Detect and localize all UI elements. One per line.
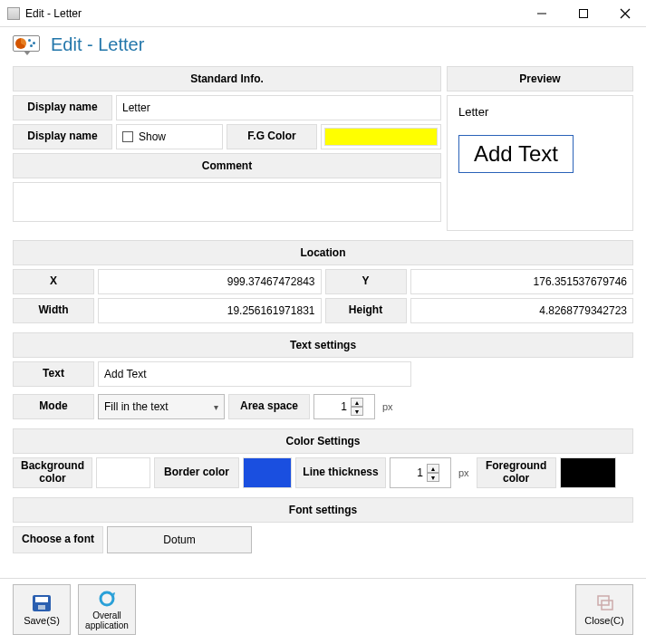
preview-displayname: Letter	[458, 105, 622, 119]
svg-rect-5	[35, 597, 48, 602]
displayname-label: Display name	[13, 95, 112, 120]
bgcolor-label: Background color	[13, 457, 92, 488]
mode-select[interactable]: Fill in the text ▾	[98, 394, 225, 419]
choosefont-button[interactable]: Dotum	[107, 526, 252, 553]
textsettings-head: Text settings	[13, 332, 633, 358]
linethickness-label: Line thickness	[295, 457, 386, 488]
overall-label: Overall application	[79, 610, 135, 630]
areaspace-input[interactable]	[320, 400, 347, 413]
preview-text: Add Text	[458, 135, 574, 173]
y-label: Y	[325, 269, 407, 294]
text-field[interactable]	[98, 361, 411, 387]
preview-body: Letter Add Text	[447, 95, 633, 231]
y-input[interactable]	[417, 275, 628, 288]
displayname-field[interactable]	[116, 95, 441, 120]
spinner-up-icon[interactable]: ▲	[351, 398, 363, 407]
close-window-button[interactable]	[604, 0, 646, 26]
chevron-down-icon: ▾	[214, 402, 218, 412]
fontsettings-head: Font settings	[13, 497, 633, 523]
location-head: Location	[13, 240, 633, 265]
bordercolor-swatch[interactable]	[243, 457, 292, 488]
areaspace-unit: px	[379, 394, 397, 419]
window-title: Edit - Letter	[25, 7, 82, 20]
x-label: X	[13, 269, 94, 294]
overall-application-button[interactable]: Overall application	[78, 584, 136, 635]
show-label: Show	[139, 130, 166, 143]
app-icon	[7, 7, 20, 20]
areaspace-spinner[interactable]: ▲ ▼	[313, 394, 375, 419]
fgcolor-label: F.G Color	[227, 124, 317, 149]
save-label: Save(S)	[24, 615, 60, 626]
presentation-icon	[13, 35, 40, 55]
displayname-label-2: Display name	[13, 124, 112, 149]
y-field[interactable]	[410, 269, 634, 294]
colorsettings-head: Color Settings	[13, 428, 633, 454]
fgcolor-swatch-cell	[321, 124, 441, 149]
svg-point-7	[101, 592, 113, 605]
svg-rect-1	[580, 9, 588, 17]
close-label: Close(C)	[584, 615, 623, 626]
show-checkbox-cell[interactable]: Show	[116, 124, 223, 149]
titlebar: Edit - Letter	[0, 0, 646, 27]
x-field[interactable]	[98, 269, 322, 294]
save-icon	[30, 593, 53, 613]
fgcolor-swatch[interactable]	[324, 128, 438, 146]
checkbox-icon	[122, 131, 133, 142]
maximize-button[interactable]	[563, 0, 604, 26]
linethickness-spinner[interactable]: ▲ ▼	[390, 457, 451, 488]
bordercolor-label: Border color	[154, 457, 239, 488]
linethickness-unit: px	[455, 457, 473, 488]
refresh-icon	[95, 589, 119, 609]
height-field[interactable]	[410, 298, 634, 323]
width-input[interactable]	[104, 304, 315, 317]
bgcolor-swatch[interactable]	[96, 457, 150, 488]
show-checkbox[interactable]: Show	[122, 130, 166, 143]
preview-head: Preview	[447, 66, 633, 91]
minimize-button[interactable]	[521, 0, 563, 26]
font-name: Dotum	[163, 533, 195, 546]
spinner-down-icon[interactable]: ▼	[427, 473, 439, 482]
comment-head: Comment	[13, 153, 441, 178]
choosefont-label: Choose a font	[13, 526, 103, 553]
save-button[interactable]: Save(S)	[13, 584, 71, 635]
close-button[interactable]: Close(C)	[575, 584, 633, 635]
displayname-input[interactable]	[122, 101, 435, 114]
height-input[interactable]	[417, 304, 628, 317]
text-label: Text	[13, 361, 94, 387]
spinner-down-icon[interactable]: ▼	[351, 407, 363, 416]
comment-field[interactable]	[13, 182, 441, 222]
areaspace-label: Area space	[228, 394, 310, 419]
app-header: Edit - Letter	[0, 27, 646, 62]
linethickness-input[interactable]	[396, 466, 423, 479]
fgcolor2-swatch[interactable]	[560, 457, 616, 488]
spinner-up-icon[interactable]: ▲	[427, 464, 439, 473]
height-label: Height	[325, 298, 407, 323]
standard-info-head: Standard Info.	[13, 66, 441, 91]
svg-rect-6	[38, 605, 45, 610]
text-input[interactable]	[104, 368, 405, 380]
width-field[interactable]	[98, 298, 322, 323]
mode-label: Mode	[13, 394, 94, 419]
fgcolor2-label: Foreground color	[477, 457, 556, 488]
width-label: Width	[13, 298, 94, 323]
close-icon	[593, 593, 616, 613]
page-title: Edit - Letter	[51, 34, 144, 55]
action-bar: Save(S) Overall application Close(C)	[0, 578, 646, 644]
x-input[interactable]	[104, 275, 315, 288]
mode-value: Fill in the text	[104, 400, 169, 413]
